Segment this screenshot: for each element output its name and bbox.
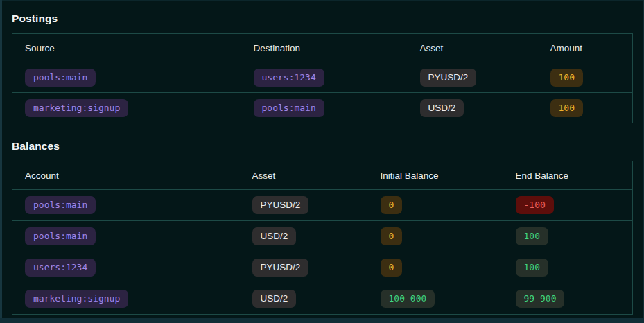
posting-row: pools:main users:1234 PYUSD/2 100 [12,62,633,93]
asset-badge: USD/2 [252,227,297,245]
initial-balance-badge: 100 000 [381,290,435,308]
asset-badge: PYUSD/2 [252,196,309,214]
account-badge[interactable]: pools:main [25,196,96,214]
panel-border-top [0,0,644,1]
column-header-account: Account [12,162,240,190]
amount-badge: 100 [550,69,583,87]
postings-header-row: Source Destination Asset Amount [12,34,633,62]
column-header-initial-balance: Initial Balance [368,162,503,190]
panel-border-left [0,0,2,323]
end-balance-badge: 100 [516,227,548,245]
account-badge[interactable]: users:1234 [25,259,96,277]
initial-balance-badge: 0 [381,196,403,214]
balances-table: Account Asset Initial Balance End Balanc… [12,161,633,315]
column-header-destination: Destination [241,34,408,62]
main-content: Postings Source Destination Asset Amount… [12,0,632,315]
account-badge[interactable]: marketing:signup [25,290,128,308]
balance-row: marketing:signup USD/2 100 000 99 900 [12,283,633,315]
amount-badge: 100 [550,99,583,117]
destination-account-badge[interactable]: pools:main [254,99,324,117]
asset-badge: PYUSD/2 [252,259,309,277]
end-balance-badge: 99 900 [516,290,565,308]
balance-row: pools:main USD/2 0 100 [12,221,633,252]
balance-row: users:1234 PYUSD/2 0 100 [12,252,633,283]
account-badge[interactable]: pools:main [25,227,96,245]
balances-section-title: Balances [12,140,632,152]
asset-badge: PYUSD/2 [420,69,477,87]
bottom-panel-edge [0,318,644,323]
column-header-asset: Asset [408,34,538,62]
column-header-source: Source [12,34,241,62]
balance-row: pools:main PYUSD/2 0 -100 [12,190,633,221]
asset-badge: USD/2 [252,290,297,308]
column-header-asset: Asset [240,162,368,190]
end-balance-badge: -100 [516,196,554,214]
destination-account-badge[interactable]: users:1234 [254,69,324,87]
initial-balance-badge: 0 [381,227,403,245]
source-account-badge[interactable]: marketing:signup [25,99,128,117]
asset-badge: USD/2 [420,99,464,117]
postings-table: Source Destination Asset Amount pools:ma… [12,33,633,123]
column-header-end-balance: End Balance [503,162,633,190]
postings-section-title: Postings [12,12,632,25]
ledger-panel: Postings Source Destination Asset Amount… [0,0,644,323]
initial-balance-badge: 0 [381,259,403,277]
balances-header-row: Account Asset Initial Balance End Balanc… [12,162,633,190]
source-account-badge[interactable]: pools:main [25,69,96,87]
end-balance-badge: 100 [516,259,548,277]
column-header-amount: Amount [538,34,633,62]
posting-row: marketing:signup pools:main USD/2 100 [12,93,633,123]
